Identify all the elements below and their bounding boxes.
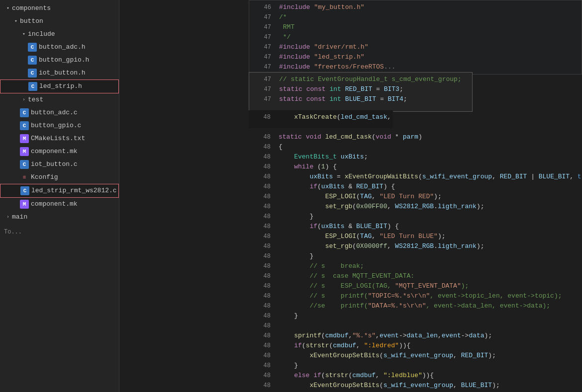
code-text: } (279, 251, 313, 261)
kconfig-file-icon: ≡ (20, 173, 29, 182)
code-line: 47 #include "led_strip.h" (249, 52, 582, 62)
code-panel-includes: 46 #include "my_button.h" 47 /* 47 RMT 4… (249, 0, 582, 75)
code-line: 47 #include "freertos/FreeRTOS... (249, 62, 582, 72)
sidebar-item-iot-button-h[interactable]: C iot_button.h (0, 67, 119, 79)
code-line: 48 if(uxBits & BLUE_BIT) { (249, 222, 582, 232)
sidebar-item-label: include (28, 29, 55, 40)
line-number: 48 (255, 341, 271, 351)
code-text: static const int RED_BIT = BIT3; (279, 84, 403, 94)
line-number: 48 (255, 351, 271, 361)
code-line: 48 set_rgb(0X0000ff, WS2812_RGB.ligth_ra… (249, 241, 582, 251)
sidebar-item-label: button_adc.h (39, 42, 86, 53)
sidebar-item-kconfig[interactable]: ≡ Kconfig (0, 171, 119, 184)
code-text: set_rgb(0x00FF00, WS2812_RGB.ligth_rank)… (279, 202, 485, 212)
line-number: 47 (255, 32, 271, 42)
chevron-right-icon: › (4, 213, 12, 221)
sidebar-item-button-gpio-h[interactable]: C button_gpio.h (0, 54, 119, 67)
sidebar-item-test[interactable]: › test (0, 93, 119, 106)
sidebar-item-iot-button-c[interactable]: C iot_button.c (0, 158, 119, 171)
sidebar-item-include[interactable]: ▾ include (0, 28, 119, 41)
line-number: 48 (255, 301, 271, 311)
line-number: 48 (255, 251, 271, 261)
code-text: xTaskCreate(led_cmd_task, "led_cmd_task"… (279, 112, 393, 122)
line-number: 47 (255, 75, 271, 84)
line-number: 48 (255, 142, 271, 152)
code-line: 48 EventBits_t uxBits; (249, 152, 582, 162)
code-text: #include "freertos/FreeRTOS... (279, 62, 395, 72)
line-number: 48 (255, 192, 271, 202)
line-number: 47 (255, 42, 271, 52)
code-scroll-area[interactable]: 48 static void led_cmd_task(void * parm)… (249, 130, 582, 390)
line-number: 48 (255, 311, 271, 321)
code-text: // s ESP_LOGI(TAG, "MQTT_EVENT_DATA"); (279, 281, 469, 291)
code-text: #include "driver/rmt.h" (279, 42, 368, 52)
sidebar-item-label: led_strip_rmt_ws2812.c (31, 185, 117, 196)
code-text: RMT (279, 22, 294, 32)
line-number: 47 (255, 94, 271, 104)
sidebar-item-led-strip-h[interactable]: C led_strip.h (0, 79, 119, 93)
line-number: 47 (255, 12, 271, 22)
code-line: 47 static const int RED_BIT = BIT3; (249, 84, 472, 94)
sidebar-item-component-mk[interactable]: M component.mk (0, 145, 119, 158)
sidebar-bottom-label: To... (0, 226, 119, 238)
line-number: 48 (255, 182, 271, 192)
sidebar-item-cmakelists[interactable]: M CMakeLists.txt (0, 132, 119, 145)
c-file-icon: C (28, 82, 37, 91)
code-line: 48 set_rgb(0x00FF00, WS2812_RGB.ligth_ra… (249, 202, 582, 212)
line-number: 47 (255, 52, 271, 62)
sidebar-item-components[interactable]: ▾ components (0, 2, 119, 15)
m-file-icon: M (20, 134, 29, 143)
sidebar-item-label: Kconfig (31, 172, 58, 183)
line-number: 48 (255, 202, 271, 212)
code-text: /* (279, 12, 287, 22)
sidebar-item-label: button_adc.c (31, 107, 78, 118)
code-line: 48 (249, 321, 582, 331)
sidebar-item-label: iot_button.h (39, 68, 86, 78)
sidebar-item-component-mk2[interactable]: M component.mk (0, 198, 119, 211)
code-text: uxBits = xEventGroupWaitBits(s_wifi_even… (279, 172, 582, 182)
sidebar-item-main[interactable]: › main (0, 211, 119, 224)
line-number: 48 (255, 241, 271, 251)
line-number: 48 (255, 222, 271, 232)
code-line: 48 static void led_cmd_task(void * parm) (249, 132, 582, 142)
sidebar-item-label: led_strip.h (39, 81, 82, 92)
editor-area: 46 #include "my_button.h" 47 /* 47 RMT 4… (119, 0, 582, 392)
code-line: 48 } (249, 212, 582, 222)
code-text: if(uxBits & RED_BIT) { (279, 182, 395, 192)
sidebar-item-label: button (20, 16, 43, 27)
line-number: 48 (255, 162, 271, 172)
sidebar-item-label: test (28, 94, 43, 105)
c-file-icon: C (28, 56, 37, 65)
code-panel-xtask: 48 xTaskCreate(led_cmd_task, "led_cmd_ta… (249, 110, 393, 128)
sidebar-item-label: component.mk (31, 199, 78, 210)
code-panel-main[interactable]: 48 static void led_cmd_task(void * parm)… (249, 128, 582, 392)
sidebar-item-label: iot_button.c (31, 159, 78, 170)
code-line: 47 */ (249, 32, 582, 42)
code-text: xEventGroupSetBits(s_wifi_event_group, R… (279, 351, 496, 361)
line-number: 48 (255, 361, 271, 371)
line-number: 46 (255, 2, 271, 12)
sidebar-item-button[interactable]: ▾ button (0, 15, 119, 28)
c-file-icon: C (20, 108, 29, 117)
code-text: if(uxBits & BLUE_BIT) { (279, 222, 399, 232)
code-text: //se printf("DATA=%.*s\r\n", event->data… (279, 301, 550, 311)
line-number: 47 (255, 62, 271, 72)
code-text: static void led_cmd_task(void * parm) (279, 132, 422, 142)
sidebar-item-button-adc-c[interactable]: C button_adc.c (0, 106, 119, 119)
sidebar-item-label: component.mk (31, 146, 78, 157)
code-line: 48 // s break; (249, 261, 582, 271)
code-line: 48 // s case MQTT_EVENT_DATA: (249, 271, 582, 281)
code-line: 47 /* (249, 12, 582, 22)
sidebar-item-button-adc-h[interactable]: C button_adc.h (0, 41, 119, 54)
code-text: { (279, 142, 283, 152)
code-line: 48 // s printf("TOPIC=%.*s\r\n", event->… (249, 291, 582, 301)
code-line: 48 } (249, 311, 582, 321)
sidebar-item-label: components (12, 3, 51, 14)
sidebar-item-button-gpio-c[interactable]: C button_gpio.c (0, 119, 119, 132)
code-text: } (279, 361, 298, 371)
sidebar-item-led-strip-rmt[interactable]: C led_strip_rmt_ws2812.c (0, 184, 119, 198)
line-number: 48 (255, 212, 271, 222)
code-text: // s printf("TOPIC=%.*s\r\n", event->top… (279, 291, 562, 301)
code-text: */ (279, 32, 291, 42)
code-text: ESP_LOGI(TAG, "LED Turn RED"); (279, 192, 442, 202)
